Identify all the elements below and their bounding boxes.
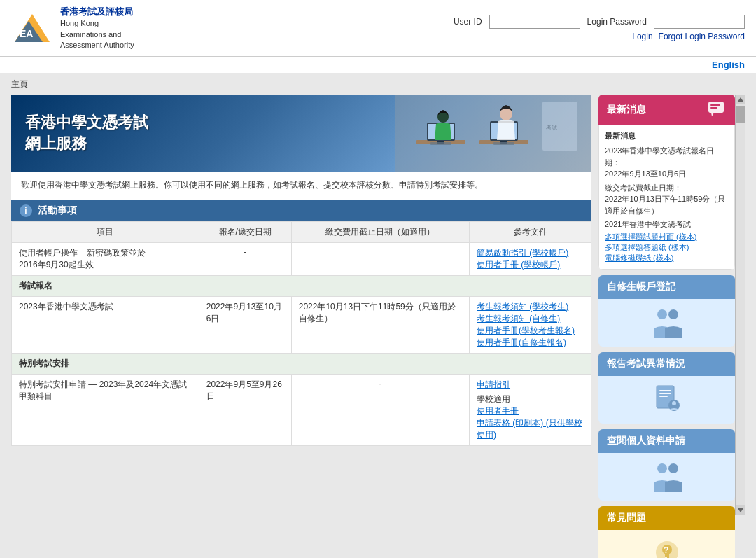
svg-text:考試: 考試: [546, 125, 557, 131]
question-mark-icon: ?: [653, 538, 681, 558]
table-row: 2023年香港中學文憑考試 2022年9月13至10月6日 2022年10月13…: [12, 296, 592, 353]
account-card[interactable]: 自修生帳戶登記: [598, 275, 735, 347]
svg-rect-14: [430, 142, 451, 145]
svg-rect-15: [493, 142, 514, 145]
news-link2[interactable]: 多項選擇題答題紙 (樣本): [605, 242, 729, 253]
exam-fee-cell: 2022年10月13日下午11時59分（只適用於自修生）: [291, 296, 469, 353]
account-date-cell: -: [199, 242, 291, 275]
content-layout: 香港中學文憑考試 網上服務: [11, 95, 745, 558]
account-ref1-link[interactable]: 簡易啟動指引 (學校帳戶): [477, 248, 568, 258]
logo-english-line1: Hong Kong: [60, 18, 134, 29]
account-ref-cell: 簡易啟動指引 (學校帳戶) 使用者手冊 (學校帳戶): [470, 242, 592, 275]
exam-ref4-link[interactable]: 使用者手冊(自修生報名): [477, 337, 566, 347]
right-sidebar: 最新消息 最新消息: [598, 95, 735, 558]
news-link1[interactable]: 多項選擇題試題封面 (樣本): [605, 232, 729, 242]
chat-icon: [707, 100, 727, 119]
account-card-body: [598, 299, 735, 347]
news-item1-title: 2023年香港中學文憑考試報名日期：: [605, 146, 714, 167]
news-item2: 繳交考試費截止日期： 2022年10月13日下午11時59分（只適用於自修生）: [605, 182, 729, 217]
svg-rect-27: [659, 393, 671, 394]
report-card-header: 報告考試異常情況: [598, 352, 735, 376]
svg-rect-20: [710, 104, 720, 106]
language-row: English: [0, 57, 756, 73]
account-fee-cell: [291, 242, 469, 275]
svg-rect-28: [659, 396, 668, 397]
banner-title-line2: 網上服務: [25, 133, 148, 155]
svg-text:EA: EA: [20, 28, 33, 39]
exam-ref3-link[interactable]: 使用者手冊(學校考生報名): [477, 326, 575, 335]
password-label: Login Password: [587, 17, 647, 27]
table-row: 特別考試安排申請 — 2023年及2024年文憑試甲類科目 2022年9月5至9…: [12, 374, 592, 445]
svg-point-31: [657, 463, 667, 473]
svg-point-32: [668, 463, 678, 473]
news-card-header: 最新消息: [598, 95, 735, 125]
exam-ref1-link[interactable]: 考生報考須知 (學校考生): [477, 302, 568, 312]
svg-marker-19: [711, 113, 714, 116]
activities-table: 項目 報名/遞交日期 繳交費用截止日期（如適用） 參考文件 使用者帳戶操作 – …: [11, 221, 592, 446]
special-school-label: 學校適用: [477, 394, 510, 404]
main-wrapper: 主頁 香港中學文憑考試 網上服務: [0, 73, 756, 558]
document-icon: [653, 384, 681, 415]
logo-text: 香港考試及評核局 Hong Kong Examinations and Asse…: [60, 6, 134, 50]
col-reference-header: 參考文件: [470, 221, 592, 242]
query-card-header: 查閱個人資料申請: [598, 429, 735, 453]
svg-marker-39: [738, 97, 743, 102]
svg-marker-40: [738, 508, 743, 512]
banner-illustration: 考試: [396, 95, 592, 172]
report-title: 報告考試異常情況: [607, 358, 685, 370]
account-title: 自修生帳戶登記: [607, 281, 676, 293]
account-ref2-link[interactable]: 使用者手冊 (學校帳戶): [477, 260, 560, 270]
news-title: 最新消息: [607, 104, 646, 116]
special-ref1-link[interactable]: 申請指引: [477, 379, 510, 389]
logo-chinese: 香港考試及評核局: [60, 6, 134, 18]
special-ref3-link[interactable]: 使用者手冊: [477, 406, 519, 416]
faq-title: 常見問題: [607, 512, 646, 524]
svg-point-23: [668, 309, 678, 319]
special-section-title-cell: 特別考試安排: [12, 353, 592, 374]
news-item1-body: 2022年9月13至10月6日: [605, 169, 686, 178]
header: EA 香港考試及評核局 Hong Kong Examinations and A…: [0, 0, 756, 57]
exam-ref2-link[interactable]: 考生報考須知 (自修生): [477, 314, 560, 323]
query-card[interactable]: 查閱個人資料申請: [598, 429, 735, 501]
faq-card[interactable]: 常見問題 ?: [598, 506, 735, 558]
activities-title: 活動事項: [38, 204, 77, 217]
col-item-header: 項目: [12, 221, 200, 242]
news-item3: 2021年香港中學文憑考試 -: [605, 218, 729, 230]
special-fee-cell: -: [291, 374, 469, 445]
forgot-password-link[interactable]: Forgot Login Password: [659, 32, 745, 41]
faq-card-body: ?: [598, 530, 735, 558]
special-ref4-link[interactable]: 申請表格 (印刷本) (只供學校使用): [477, 418, 582, 440]
exam-ref-cell: 考生報考須知 (學校考生) 考生報考須知 (自修生) 使用者手冊(學校考生報名)…: [470, 296, 592, 353]
user-id-input[interactable]: [489, 15, 580, 29]
password-input[interactable]: [654, 15, 745, 29]
logo-english-line3: Assessment Authority: [60, 40, 134, 50]
activities-section-header: i 活動事項: [11, 200, 592, 221]
scroll-down-btn[interactable]: [736, 505, 746, 515]
news-card[interactable]: 最新消息 最新消息: [598, 95, 735, 270]
news-item2-title: 繳交考試費截止日期：: [605, 183, 682, 192]
breadcrumb: 主頁: [11, 78, 745, 90]
report-card-body: [598, 376, 735, 424]
table-row: 使用者帳戶操作 – 新密碼政策並於2016年9月30起生效 - 簡易啟動指引 (…: [12, 242, 592, 275]
hkeaa-logo-icon: EA: [11, 11, 53, 46]
report-card[interactable]: 報告考試異常情況: [598, 352, 735, 424]
logo-area: EA 香港考試及評核局 Hong Kong Examinations and A…: [11, 6, 134, 50]
people-icon: [650, 307, 685, 338]
news-item1: 2023年香港中學文憑考試報名日期： 2022年9月13至10月6日: [605, 145, 729, 180]
exam-section-header-row: 考試報名: [12, 275, 592, 296]
scroll-up-btn[interactable]: [736, 95, 746, 104]
query-title: 查閱個人資料申請: [607, 435, 685, 447]
scrollbar[interactable]: [735, 95, 745, 515]
news-item2-body: 2022年10月13日下午11時59分（只適用於自修生）: [605, 195, 725, 215]
col-date-header: 報名/遞交日期: [199, 221, 291, 242]
svg-text:?: ?: [664, 545, 668, 555]
info-icon: i: [20, 204, 32, 217]
login-button[interactable]: Login: [632, 32, 652, 41]
scroll-thumb[interactable]: [736, 106, 746, 123]
news-link3[interactable]: 電腦修磁碟紙 (樣本): [605, 253, 729, 263]
exam-date-cell: 2022年9月13至10月6日: [199, 296, 291, 353]
banner-image-area: 考試: [382, 95, 592, 172]
account-item-text: 使用者帳戶操作 – 新密碼政策並於2016年9月30起生效: [19, 248, 146, 270]
english-link[interactable]: English: [712, 60, 745, 70]
col-fee-header: 繳交費用截止日期（如適用）: [291, 221, 469, 242]
